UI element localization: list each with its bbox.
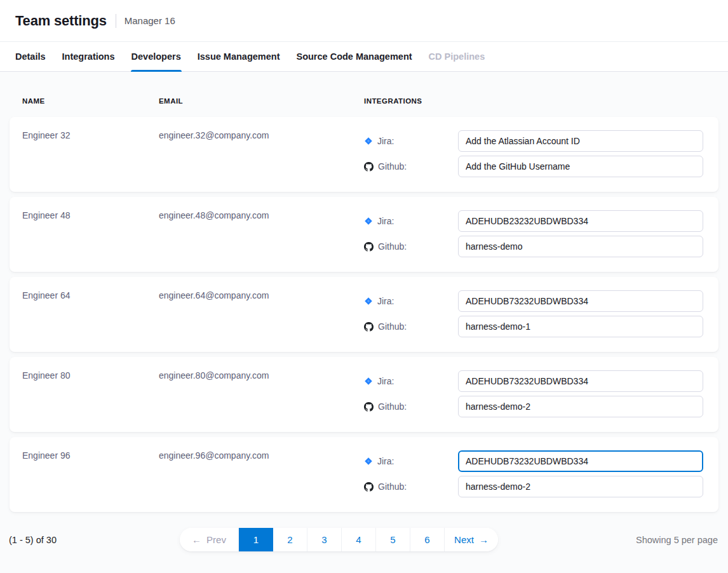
pagination-control: ← Prev 123456 Next → <box>180 528 498 551</box>
result-range-label: (1 - 5) of 30 <box>9 535 57 545</box>
github-label: Github: <box>364 241 458 252</box>
github-label-text: Github: <box>378 482 407 492</box>
jira-account-input[interactable] <box>458 370 703 392</box>
tab-issue-management[interactable]: Issue Management <box>198 42 280 71</box>
github-username-input[interactable] <box>458 156 703 177</box>
jira-account-input[interactable] <box>458 210 703 232</box>
left-arrow-icon: ← <box>192 535 201 544</box>
page-button-6[interactable]: 6 <box>410 528 445 551</box>
next-label: Next <box>454 534 474 545</box>
github-username-input[interactable] <box>458 476 703 497</box>
tab-label: Source Code Management <box>296 51 412 62</box>
page-button-5[interactable]: 5 <box>376 528 410 551</box>
github-username-input[interactable] <box>458 316 703 337</box>
github-label: Github: <box>364 482 458 492</box>
prev-label: Prev <box>206 534 226 545</box>
developer-name: Engineer 80 <box>22 370 159 432</box>
github-label-text: Github: <box>378 401 407 412</box>
page-title: Team settings <box>15 13 107 29</box>
jira-integration-row: Jira: <box>364 130 703 152</box>
page-button-4[interactable]: 4 <box>342 528 376 551</box>
developer-row: Engineer 80 engineer.80@company.com Jira… <box>10 357 718 432</box>
tab-label: CD Pipelines <box>429 51 485 62</box>
column-header-name: NAME <box>22 97 159 105</box>
pagination-footer: (1 - 5) of 30 ← Prev 123456 Next → Showi… <box>0 528 728 551</box>
tab-source-code-management[interactable]: Source Code Management <box>296 42 412 71</box>
developer-name: Engineer 48 <box>22 210 159 272</box>
tab-cd-pipelines: CD Pipelines <box>429 42 485 71</box>
next-page-button[interactable]: Next → <box>445 528 498 551</box>
jira-integration-row: Jira: <box>364 450 703 472</box>
integrations-cell: Jira: Github: <box>364 290 703 352</box>
developer-name: Engineer 64 <box>22 290 159 352</box>
developer-email: engineer.80@company.com <box>159 370 364 432</box>
integrations-cell: Jira: Github: <box>364 450 703 512</box>
tab-details[interactable]: Details <box>15 42 46 71</box>
github-username-input[interactable] <box>458 236 703 257</box>
jira-label-text: Jira: <box>377 456 394 466</box>
per-page-label: Showing 5 per page <box>636 535 718 545</box>
github-icon <box>364 322 374 332</box>
github-integration-row: Github: <box>364 396 703 417</box>
github-label-text: Github: <box>378 241 407 252</box>
developer-row: Engineer 32 engineer.32@company.com Jira… <box>10 117 718 192</box>
github-icon <box>364 402 374 412</box>
github-integration-row: Github: <box>364 236 703 257</box>
github-username-input[interactable] <box>458 396 703 417</box>
developers-panel: NAME EMAIL INTEGRATIONS Engineer 32 engi… <box>0 72 728 573</box>
page-button-2[interactable]: 2 <box>273 528 307 551</box>
github-integration-row: Github: <box>364 476 703 497</box>
developer-name: Engineer 32 <box>22 130 159 192</box>
jira-account-input[interactable] <box>458 290 703 312</box>
github-label-text: Github: <box>378 321 407 332</box>
jira-account-input[interactable] <box>458 130 703 152</box>
github-label: Github: <box>364 321 458 332</box>
column-header-integrations: INTEGRATIONS <box>364 97 713 105</box>
tab-bar: Details Integrations Developers Issue Ma… <box>0 42 728 72</box>
github-label: Github: <box>364 401 458 412</box>
jira-account-input[interactable] <box>458 450 703 472</box>
github-integration-row: Github: <box>364 156 703 177</box>
jira-icon <box>364 217 373 226</box>
github-label-text: Github: <box>378 161 407 172</box>
title-divider <box>116 14 116 28</box>
tab-label: Developers <box>131 51 181 62</box>
prev-page-button[interactable]: ← Prev <box>180 528 239 551</box>
jira-icon <box>364 377 373 386</box>
right-arrow-icon: → <box>479 535 489 544</box>
team-settings-page: Team settings Manager 16 Details Integra… <box>0 0 728 573</box>
jira-icon <box>364 457 373 466</box>
tab-label: Integrations <box>62 51 115 62</box>
developer-rows: Engineer 32 engineer.32@company.com Jira… <box>0 117 728 512</box>
developer-email: engineer.64@company.com <box>159 290 364 352</box>
page-button-1[interactable]: 1 <box>239 528 273 551</box>
jira-integration-row: Jira: <box>364 290 703 312</box>
github-icon <box>364 162 374 172</box>
developer-email: engineer.32@company.com <box>159 130 364 192</box>
integrations-cell: Jira: Github: <box>364 130 703 192</box>
jira-label: Jira: <box>364 456 458 466</box>
jira-label-text: Jira: <box>377 216 394 226</box>
tab-integrations[interactable]: Integrations <box>62 42 115 71</box>
page-header: Team settings Manager 16 <box>0 0 728 42</box>
page-button-3[interactable]: 3 <box>307 528 342 551</box>
developer-row: Engineer 64 engineer.64@company.com Jira… <box>10 277 718 352</box>
jira-label: Jira: <box>364 216 458 226</box>
tab-label: Details <box>15 51 46 62</box>
tab-developers[interactable]: Developers <box>131 42 181 71</box>
jira-icon <box>364 297 373 306</box>
jira-icon <box>364 137 373 145</box>
developer-email: engineer.96@company.com <box>159 450 364 512</box>
jira-label: Jira: <box>364 136 458 146</box>
jira-integration-row: Jira: <box>364 370 703 392</box>
tab-label: Issue Management <box>198 51 280 62</box>
jira-integration-row: Jira: <box>364 210 703 232</box>
jira-label: Jira: <box>364 296 458 306</box>
github-icon <box>364 242 374 252</box>
github-label: Github: <box>364 161 458 172</box>
page-subtitle: Manager 16 <box>125 15 175 26</box>
integrations-cell: Jira: Github: <box>364 370 703 432</box>
github-icon <box>364 482 374 492</box>
integrations-cell: Jira: Github: <box>364 210 703 272</box>
jira-label: Jira: <box>364 376 458 386</box>
